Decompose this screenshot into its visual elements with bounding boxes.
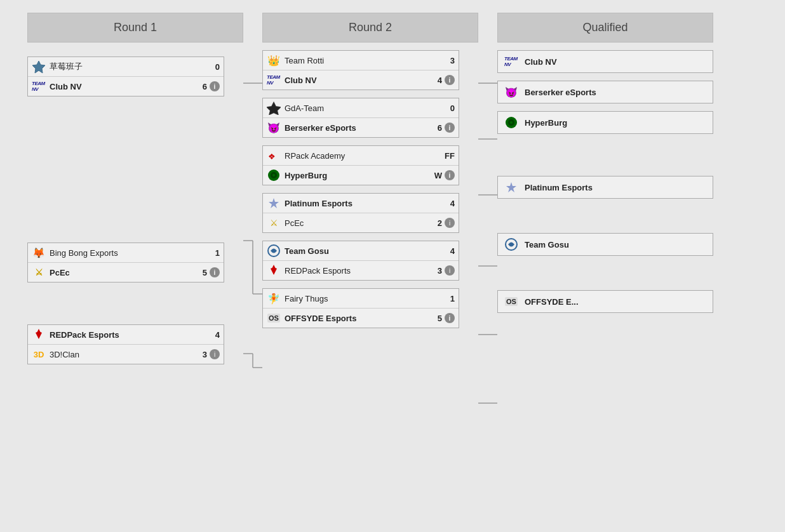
table-row: 👑 Team Rotti 3	[263, 51, 459, 70]
qualified-5: Team Gosu	[497, 233, 713, 256]
table-row: REDPack Esports 3 i	[263, 261, 459, 280]
qualified-1: TEAM NV Club NV	[497, 50, 713, 73]
table-row: 🧚 Fairy Thugs 1	[263, 289, 459, 309]
r2-match-4: Platinum Esports 4 ⚔ PcEc 2 i	[262, 193, 478, 233]
team-score: FF	[443, 151, 455, 161]
spacer	[27, 96, 243, 243]
info-icon[interactable]: i	[445, 218, 455, 228]
r1-match-3: REDPack Esports 4 3D 3D!Clan 3 i	[27, 324, 243, 364]
table-row: Team Gosu 4	[263, 241, 459, 261]
r2-match-2: GdA-Team 0 😈 Berserker eSports 6 i	[262, 98, 478, 138]
team-name: PcEc	[285, 218, 428, 228]
round1-header: Round 1	[27, 13, 243, 43]
qualified-3: HyperBurg	[497, 111, 713, 134]
team-name: HyperBurg	[525, 118, 706, 128]
team-name: 草莓班子	[50, 61, 206, 72]
table-row: OS OFFSYDE Esports 5 i	[263, 309, 459, 328]
team-logo: ⚔	[32, 265, 46, 279]
team-name: 3D!Clan	[50, 350, 193, 359]
team-name: Fairy Thugs	[285, 294, 441, 303]
connector-svg-2	[478, 50, 497, 532]
team-name: Team Gosu	[285, 246, 441, 256]
connectors-r1-r2	[243, 50, 262, 532]
table-row: ⚔ PcEc 5 i	[28, 263, 224, 282]
team-score: 4	[431, 76, 442, 85]
team-score: 1	[443, 294, 455, 303]
r2-match-6: 🧚 Fairy Thugs 1 OS OFFSYDE Esports 5 i	[262, 288, 478, 328]
team-logo	[504, 237, 518, 251]
table-row: 草莓班子 0	[28, 57, 224, 77]
team-logo	[267, 168, 281, 182]
info-icon[interactable]: i	[445, 313, 455, 323]
team-name: Club NV	[525, 57, 706, 67]
qualified-header: Qualified	[497, 13, 713, 43]
team-name: REDPack Esports	[285, 266, 428, 276]
team-name: Bing Bong Exports	[50, 248, 206, 258]
info-icon[interactable]: i	[445, 123, 455, 133]
info-icon[interactable]: i	[210, 267, 220, 277]
team-logo: 🦊	[32, 246, 46, 260]
team-name: Platinum Esports	[285, 199, 441, 208]
team-name: Berserker eSports	[525, 88, 706, 97]
team-logo: OS	[267, 311, 281, 325]
table-row: REDPack Esports 4	[28, 325, 224, 345]
round2-col: 👑 Team Rotti 3 TEAM NV Club NV 4 i	[262, 50, 478, 328]
table-row: HyperBurg W i	[263, 166, 459, 185]
table-row: 3D 3D!Clan 3 i	[28, 345, 224, 364]
team-logo	[267, 263, 281, 277]
round2-header: Round 2	[262, 13, 478, 43]
team-score: 5	[431, 314, 442, 323]
round1-col: 草莓班子 0 TEAM NV Club NV 6 i	[27, 50, 243, 364]
team-score: 3	[443, 56, 455, 65]
info-icon[interactable]: i	[445, 75, 455, 85]
info-icon[interactable]: i	[445, 265, 455, 276]
team-logo: 😈	[504, 85, 518, 99]
team-score: 0	[208, 62, 220, 72]
connector-svg	[243, 50, 262, 532]
info-icon[interactable]: i	[445, 170, 455, 180]
info-icon[interactable]: i	[210, 349, 220, 359]
team-name: RPack Academy	[285, 151, 441, 161]
table-row: GdA-Team 0	[263, 98, 459, 118]
table-row: 😈 Berserker eSports 6 i	[263, 118, 459, 137]
team-score: 1	[208, 248, 220, 258]
qualified-col: TEAM NV Club NV 😈 Berserker eSports	[497, 50, 713, 313]
team-logo: 👑	[267, 53, 281, 67]
team-score: 4	[443, 246, 455, 256]
team-score: 2	[431, 218, 442, 228]
team-logo: TEAM NV	[32, 79, 46, 93]
team-score: 4	[443, 199, 455, 208]
team-score: W	[431, 171, 442, 180]
team-logo	[267, 244, 281, 258]
connectors-r2-qual	[478, 50, 497, 532]
team-logo	[267, 101, 281, 115]
svg-marker-14	[269, 198, 279, 208]
team-name: HyperBurg	[285, 171, 428, 180]
table-row: 🦊 Bing Bong Exports 1	[28, 243, 224, 263]
table-row: ❖ RPack Academy FF	[263, 146, 459, 166]
team-score: 0	[443, 103, 455, 113]
r1-match-1: 草莓班子 0 TEAM NV Club NV 6 i	[27, 57, 243, 96]
team-name: Club NV	[285, 76, 428, 85]
qualified-6: OS OFFSYDE E...	[497, 290, 713, 313]
team-name: Berserker eSports	[285, 123, 428, 133]
team-score: 5	[196, 268, 207, 277]
team-logo: ⚔	[267, 216, 281, 230]
headers-row: Round 1 Round 2 Qualified	[27, 13, 758, 43]
svg-marker-25	[506, 182, 516, 192]
team-score: 3	[431, 266, 442, 276]
qualified-4: Platinum Esports	[497, 176, 713, 199]
svg-point-13	[272, 174, 275, 176]
team-name: OFFSYDE E...	[525, 297, 706, 307]
team-name: GdA-Team	[285, 103, 441, 113]
qualified-2: 😈 Berserker eSports	[497, 81, 713, 103]
team-name: REDPack Esports	[50, 330, 206, 340]
info-icon[interactable]: i	[210, 81, 220, 91]
team-logo: 😈	[267, 121, 281, 135]
team-logo	[267, 196, 281, 210]
r2-match-3: ❖ RPack Academy FF HyperBurg W i	[262, 145, 478, 185]
team-name: Team Gosu	[525, 240, 706, 249]
r1-match-2: 🦊 Bing Bong Exports 1 ⚔ PcEc 5 i	[27, 243, 243, 283]
team-score: 3	[196, 350, 207, 359]
r2-match-5: Team Gosu 4 REDPack Esports 3 i	[262, 241, 478, 281]
